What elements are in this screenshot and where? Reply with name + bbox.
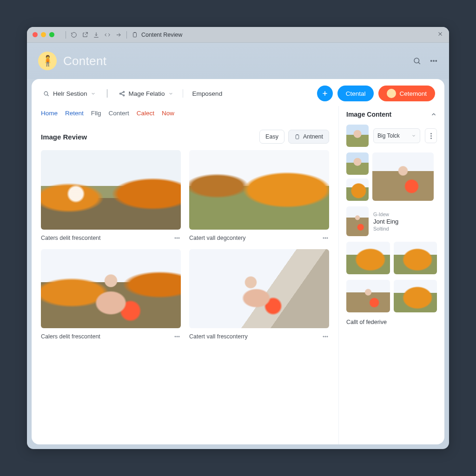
thumbnail[interactable]: [346, 280, 390, 312]
divider: [183, 89, 183, 98]
plus-icon: [321, 90, 329, 97]
chip-antnent[interactable]: Antnent: [288, 130, 329, 144]
thumbnail: [189, 150, 329, 230]
tab-retent[interactable]: Retent: [65, 110, 84, 117]
image-tile[interactable]: Calers delit frescontent: [41, 249, 181, 341]
image-tile[interactable]: Catert vall fresconterry: [189, 249, 329, 341]
window-close-button[interactable]: [437, 31, 443, 39]
divider: [66, 31, 66, 39]
svg-point-17: [177, 336, 178, 337]
sidebar-pair-2: [346, 280, 437, 312]
svg-point-4: [436, 60, 436, 61]
tile-caption: Caters delit frescontent: [41, 235, 101, 241]
sidebar-header: Image Content: [346, 111, 437, 118]
filter-section-dropdown[interactable]: Helr Sestion: [41, 87, 98, 100]
svg-point-5: [44, 92, 48, 95]
thumbnail: [189, 249, 329, 329]
thumbnail[interactable]: [346, 242, 390, 274]
filter-label: Mage Felatio: [129, 90, 165, 97]
image-grid: Caters delit frescontent Catert vall deg…: [41, 150, 329, 340]
filter-emposend[interactable]: Emposend: [191, 87, 225, 100]
code-icon[interactable]: [104, 32, 111, 38]
sidebar-select-row: Big Tolck: [346, 125, 437, 147]
more-icon[interactable]: [430, 57, 438, 65]
select-value: Big Tolck: [377, 132, 400, 139]
search-icon: [43, 90, 50, 97]
content-card: Helr Sestion Mage Felatio Emposend Ctent…: [32, 79, 444, 444]
filter-relation-dropdown[interactable]: Mage Felatio: [117, 87, 175, 100]
sidebar-select[interactable]: Big Tolck: [373, 128, 420, 143]
thumbnail[interactable]: [346, 152, 369, 175]
sidebar-footer: Callt of federive: [346, 319, 437, 325]
titlebar: Content Review: [27, 27, 449, 43]
chip-label: Antnent: [303, 133, 323, 140]
tab-bar: Home Retent Fllg Contert Calect Now: [41, 106, 329, 124]
svg-point-19: [323, 336, 324, 337]
thumbnail[interactable]: [394, 242, 437, 274]
tab-calect[interactable]: Calect: [137, 110, 154, 117]
svg-point-10: [175, 238, 176, 238]
chevron-down-icon: [411, 133, 416, 138]
chip-easy[interactable]: Easy: [259, 130, 284, 144]
meta-line2: Jont Eing: [373, 218, 398, 225]
search-icon[interactable]: [413, 57, 421, 65]
svg-rect-0: [133, 33, 137, 37]
add-button[interactable]: [317, 86, 333, 101]
thumbnail[interactable]: [346, 206, 369, 236]
svg-rect-9: [296, 135, 299, 139]
chevron-up-icon[interactable]: [430, 111, 437, 118]
download-icon[interactable]: [93, 32, 99, 38]
svg-point-12: [178, 238, 179, 238]
window-min-dot[interactable]: [41, 32, 46, 37]
thumbnail[interactable]: [394, 280, 437, 312]
brand-title: Content: [63, 54, 106, 68]
tab-now[interactable]: Now: [162, 110, 174, 117]
avatar-emoji: 🧍: [41, 55, 54, 67]
meta-line1: G-Idew: [373, 212, 398, 217]
close-icon: [437, 31, 443, 37]
clipboard-icon: [294, 134, 300, 140]
refresh-icon[interactable]: [71, 32, 77, 38]
tab-home[interactable]: Home: [41, 110, 58, 117]
sidebar-title: Image Content: [346, 111, 391, 118]
more-icon[interactable]: [322, 234, 329, 242]
image-tile[interactable]: Catert vall degcontery: [189, 150, 329, 242]
divider: [107, 89, 107, 98]
sidebar-meta-row: G-Idew Jont Eing Soltind: [346, 206, 437, 236]
ctental-button[interactable]: Ctental: [337, 86, 374, 101]
cetemont-button[interactable]: Cetemont: [378, 86, 435, 101]
sidebar-more-button[interactable]: [425, 128, 437, 143]
titlebar-tools: [71, 32, 122, 38]
tab-contert[interactable]: Contert: [109, 110, 129, 117]
brand-avatar[interactable]: 🧍: [38, 52, 57, 70]
tile-caption: Catert vall fresconterry: [189, 333, 248, 340]
window-close-dot[interactable]: [33, 32, 38, 37]
meta-line3: Soltind: [373, 226, 398, 231]
more-icon[interactable]: [173, 333, 181, 340]
chevron-down-icon: [168, 91, 173, 96]
more-icon[interactable]: [173, 234, 181, 242]
sidebar-grid-1: [346, 152, 437, 201]
app-window: Content Review 🧍 Content Helr Sestion: [27, 27, 449, 449]
thumbnail[interactable]: [346, 178, 369, 201]
forward-icon[interactable]: [115, 32, 122, 38]
chevron-down-icon: [91, 91, 96, 96]
divider: [126, 31, 127, 39]
thumbnail-large[interactable]: [372, 152, 434, 201]
tab-fllg[interactable]: Fllg: [91, 110, 101, 117]
svg-point-20: [325, 336, 326, 337]
svg-point-7: [123, 91, 124, 93]
more-icon[interactable]: [322, 333, 329, 340]
section-header: Image Review Easy Antnent: [41, 130, 329, 144]
sidebar-pair-1: [346, 242, 437, 274]
button-label: Cetemont: [399, 90, 427, 97]
open-external-icon[interactable]: [82, 32, 88, 38]
app-header: 🧍 Content: [27, 43, 449, 79]
thumbnail[interactable]: [346, 125, 369, 147]
filter-label: Helr Sestion: [53, 90, 87, 97]
svg-point-21: [327, 336, 328, 337]
section-title: Image Review: [41, 133, 87, 141]
image-tile[interactable]: Caters delit frescontent: [41, 150, 181, 242]
window-max-dot[interactable]: [49, 32, 54, 37]
sidebar-meta: G-Idew Jont Eing Soltind: [373, 212, 398, 231]
